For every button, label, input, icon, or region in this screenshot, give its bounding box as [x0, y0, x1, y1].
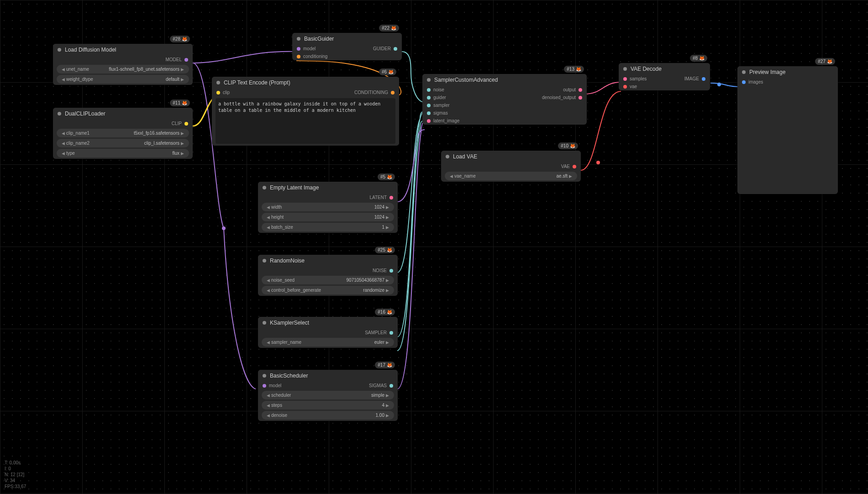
- widget-width[interactable]: ◀width1024▶: [262, 203, 394, 211]
- input-conditioning[interactable]: conditioning: [292, 53, 368, 60]
- node-badge: #8🦊: [690, 55, 707, 62]
- widget-batch-size[interactable]: ◀batch_size1▶: [262, 223, 394, 231]
- input-vae[interactable]: vae: [619, 83, 651, 90]
- output-conditioning[interactable]: CONDITIONING: [350, 89, 399, 96]
- output-noise[interactable]: NOISE: [258, 267, 398, 274]
- output-output[interactable]: output: [537, 86, 587, 94]
- node-header[interactable]: Load VAE: [441, 151, 581, 163]
- node-clip-text-encode[interactable]: #6🦊 CLIP Text Encode (Prompt) clip CONDI…: [212, 77, 399, 146]
- node-load-diffusion-model[interactable]: #28🦊 Load Diffusion Model MODEL ◀unet_na…: [53, 44, 193, 85]
- node-header[interactable]: Preview Image: [737, 66, 838, 78]
- widget-weight-dtype[interactable]: ◀weight_dtypedefault▶: [57, 75, 189, 84]
- debug-stats: T: 0.00s I: 0 N: 12 [12] V: 34 FPS:33,67: [5, 460, 26, 489]
- node-basic-scheduler[interactable]: #17🦊 BasicScheduler model SIGMAS ◀schedu…: [258, 370, 398, 421]
- node-header[interactable]: BasicScheduler: [258, 370, 398, 382]
- node-preview-image[interactable]: #27🦊 Preview Image images: [737, 66, 838, 194]
- output-sigmas[interactable]: SIGMAS: [364, 382, 398, 389]
- node-header[interactable]: VAE Decode: [619, 63, 710, 75]
- input-noise[interactable]: noise: [422, 86, 464, 94]
- node-badge: #5🦊: [378, 173, 395, 180]
- widget-sampler-name[interactable]: ◀sampler_nameeuler▶: [262, 338, 394, 347]
- widget-vae-name[interactable]: ◀vae_nameae.sft▶: [445, 172, 577, 180]
- widget-scheduler[interactable]: ◀schedulersimple▶: [262, 391, 394, 399]
- widget-clip-name1[interactable]: ◀clip_name1t5xxl_fp16.safetensors▶: [57, 129, 189, 137]
- node-header[interactable]: KSamplerSelect: [258, 317, 398, 329]
- widget-type[interactable]: ◀typeflux▶: [57, 149, 189, 158]
- node-header[interactable]: CLIP Text Encode (Prompt): [212, 77, 399, 89]
- input-samples[interactable]: samples: [619, 75, 651, 83]
- node-badge: #16🦊: [375, 309, 395, 315]
- prompt-textarea[interactable]: a bottle with a rainbow galaxy inside it…: [216, 98, 395, 144]
- output-guider[interactable]: GUIDER: [368, 45, 402, 53]
- node-badge: #6🦊: [379, 68, 396, 75]
- node-random-noise[interactable]: #25🦊 RandomNoise NOISE ◀noise_seed907105…: [258, 255, 398, 296]
- node-dual-clip-loader[interactable]: #11🦊 DualCLIPLoader CLIP ◀clip_name1t5xx…: [53, 108, 193, 159]
- widget-noise-seed[interactable]: ◀noise_seed907105043668787▶: [262, 276, 394, 284]
- node-badge: #11🦊: [170, 100, 190, 106]
- input-images[interactable]: images: [737, 78, 838, 86]
- node-badge: #13🦊: [564, 66, 584, 73]
- node-badge: #10🦊: [558, 142, 578, 149]
- input-clip[interactable]: clip: [212, 89, 234, 96]
- output-denoised[interactable]: denoised_output: [537, 94, 587, 101]
- input-model[interactable]: model: [292, 45, 368, 53]
- output-latent[interactable]: LATENT: [258, 194, 398, 201]
- node-sampler-custom-advanced[interactable]: #13🦊 SamplerCustomAdvanced noise guider …: [422, 74, 587, 125]
- input-sigmas[interactable]: sigmas: [422, 109, 464, 117]
- widget-control-before-generate[interactable]: ◀control_before_generaterandomize▶: [262, 286, 394, 294]
- output-image[interactable]: IMAGE: [680, 75, 710, 83]
- input-guider[interactable]: guider: [422, 94, 464, 101]
- node-vae-decode[interactable]: #8🦊 VAE Decode samples vae IMAGE: [619, 63, 710, 90]
- node-header[interactable]: Empty Latent Image: [258, 182, 398, 194]
- widget-denoise[interactable]: ◀denoise1.00▶: [262, 411, 394, 420]
- node-header[interactable]: Load Diffusion Model: [53, 44, 193, 56]
- widget-height[interactable]: ◀height1024▶: [262, 213, 394, 221]
- input-latent-image[interactable]: latent_image: [422, 117, 464, 125]
- node-header[interactable]: DualCLIPLoader: [53, 108, 193, 120]
- output-model[interactable]: MODEL: [53, 56, 193, 63]
- input-model[interactable]: model: [258, 382, 286, 389]
- output-vae[interactable]: VAE: [441, 163, 581, 170]
- node-badge: #28🦊: [170, 36, 190, 42]
- node-badge: #27🦊: [815, 58, 835, 65]
- node-badge: #17🦊: [375, 362, 395, 368]
- widget-clip-name2[interactable]: ◀clip_name2clip_l.safetensors▶: [57, 139, 189, 147]
- node-badge: #25🦊: [375, 247, 395, 253]
- node-header[interactable]: BasicGuider: [292, 33, 402, 45]
- widget-steps[interactable]: ◀steps4▶: [262, 401, 394, 410]
- widget-unet-name[interactable]: ◀unet_nameflux1-schnell_fp8_unet.safeten…: [57, 65, 189, 74]
- input-sampler[interactable]: sampler: [422, 101, 464, 109]
- output-clip[interactable]: CLIP: [53, 120, 193, 127]
- node-basic-guider[interactable]: #22🦊 BasicGuider model conditioning GUID…: [292, 33, 402, 60]
- node-header[interactable]: SamplerCustomAdvanced: [422, 74, 587, 86]
- node-load-vae[interactable]: #10🦊 Load VAE VAE ◀vae_nameae.sft▶: [441, 151, 581, 182]
- node-badge: #22🦊: [379, 25, 399, 32]
- node-empty-latent-image[interactable]: #5🦊 Empty Latent Image LATENT ◀width1024…: [258, 182, 398, 233]
- output-sampler[interactable]: SAMPLER: [258, 329, 398, 336]
- node-header[interactable]: RandomNoise: [258, 255, 398, 267]
- node-ksampler-select[interactable]: #16🦊 KSamplerSelect SAMPLER ◀sampler_nam…: [258, 317, 398, 348]
